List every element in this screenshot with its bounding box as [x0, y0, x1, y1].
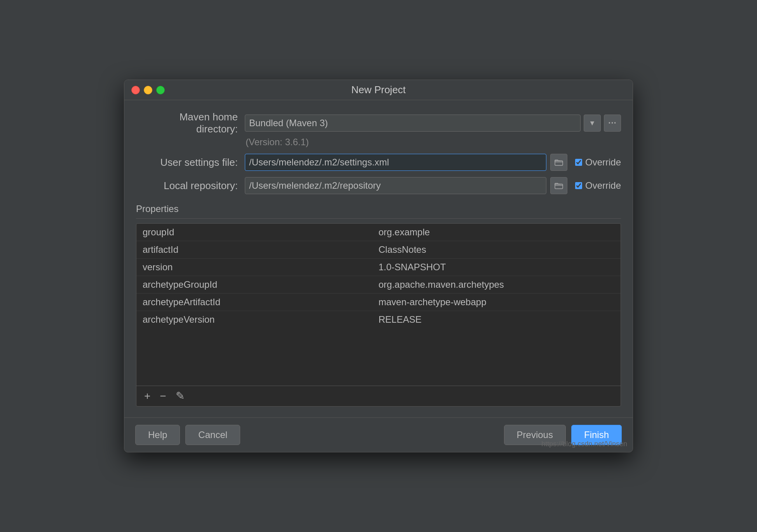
close-button[interactable] [131, 86, 140, 94]
table-row[interactable]: archetypeGroupId org.apache.maven.archet… [136, 276, 621, 294]
prop-val-2: 1.0-SNAPSHOT [378, 262, 614, 273]
properties-spacer [136, 328, 621, 386]
user-settings-override-checkbox[interactable] [575, 159, 582, 166]
table-row[interactable]: version 1.0-SNAPSHOT [136, 259, 621, 276]
local-repo-wrapper: Override [245, 177, 621, 194]
maven-version-text: (Version: 3.6.1) [246, 137, 621, 148]
prop-val-1: ClassNotes [378, 244, 614, 255]
prop-key-2: version [143, 262, 378, 273]
edit-property-button[interactable]: ✎ [173, 390, 188, 402]
maximize-button[interactable] [156, 86, 165, 94]
local-repo-override-checkbox[interactable] [575, 182, 582, 189]
traffic-lights [131, 86, 165, 94]
maven-home-label: Maven home directory: [136, 111, 245, 135]
cancel-button[interactable]: Cancel [185, 425, 240, 445]
footer-left-buttons: Help Cancel [135, 425, 240, 445]
svg-rect-1 [555, 184, 563, 189]
user-settings-input[interactable] [245, 154, 546, 171]
svg-rect-0 [555, 161, 563, 165]
table-row[interactable]: archetypeArtifactId maven-archetype-weba… [136, 294, 621, 311]
properties-separator [136, 218, 621, 219]
maven-select-wrapper: ▼ ··· [245, 115, 621, 132]
local-repo-browse-button[interactable] [550, 177, 567, 194]
prop-val-4: maven-archetype-webapp [378, 297, 614, 308]
maven-dropdown-button[interactable]: ▼ [584, 115, 601, 132]
table-row[interactable]: artifactId ClassNotes [136, 241, 621, 259]
help-button[interactable]: Help [135, 425, 180, 445]
user-settings-wrapper: Override [245, 154, 621, 171]
local-repo-override-checkbox-label[interactable]: Override [575, 180, 621, 191]
maven-more-button[interactable]: ··· [604, 115, 621, 132]
user-settings-row: User settings file: Override [136, 154, 621, 171]
local-repo-input[interactable] [245, 177, 546, 194]
maven-home-row: Maven home directory: ▼ ··· [136, 111, 621, 135]
prop-key-0: groupId [143, 227, 378, 238]
dialog-content: Maven home directory: ▼ ··· (Version: 3.… [124, 100, 633, 417]
prop-key-1: artifactId [143, 244, 378, 255]
title-bar: New Project [124, 80, 633, 100]
prop-val-3: org.apache.maven.archetypes [378, 279, 614, 290]
local-repo-row: Local repository: Override [136, 177, 621, 194]
properties-header: Properties [136, 203, 621, 214]
prop-key-3: archetypeGroupId [143, 279, 378, 290]
user-settings-browse-button[interactable] [550, 154, 567, 171]
properties-table: groupId org.example artifactId ClassNote… [136, 223, 621, 407]
add-property-button[interactable]: + [141, 390, 153, 402]
watermark-text: https://blog.csdn.net/Vinsen [541, 440, 627, 448]
user-settings-override-label: Override [585, 157, 621, 168]
properties-rows-container: groupId org.example artifactId ClassNote… [136, 224, 621, 328]
prop-val-0: org.example [378, 227, 614, 238]
prop-val-5: RELEASE [378, 314, 614, 325]
maven-home-input[interactable] [245, 115, 581, 132]
table-actions: + − ✎ [136, 386, 621, 406]
table-row[interactable]: archetypeVersion RELEASE [136, 311, 621, 328]
local-repo-label: Local repository: [136, 180, 245, 192]
minimize-button[interactable] [144, 86, 152, 94]
user-settings-label: User settings file: [136, 156, 245, 169]
local-repo-override-label: Override [585, 180, 621, 191]
properties-section: Properties groupId org.example artifactI… [136, 203, 621, 407]
prop-key-4: archetypeArtifactId [143, 297, 378, 308]
window-title: New Project [351, 84, 406, 96]
prop-key-5: archetypeVersion [143, 314, 378, 325]
table-row[interactable]: groupId org.example [136, 224, 621, 241]
new-project-dialog: New Project Maven home directory: ▼ ··· … [124, 80, 633, 452]
user-settings-override-checkbox-label[interactable]: Override [575, 157, 621, 168]
remove-property-button[interactable]: − [157, 390, 169, 402]
